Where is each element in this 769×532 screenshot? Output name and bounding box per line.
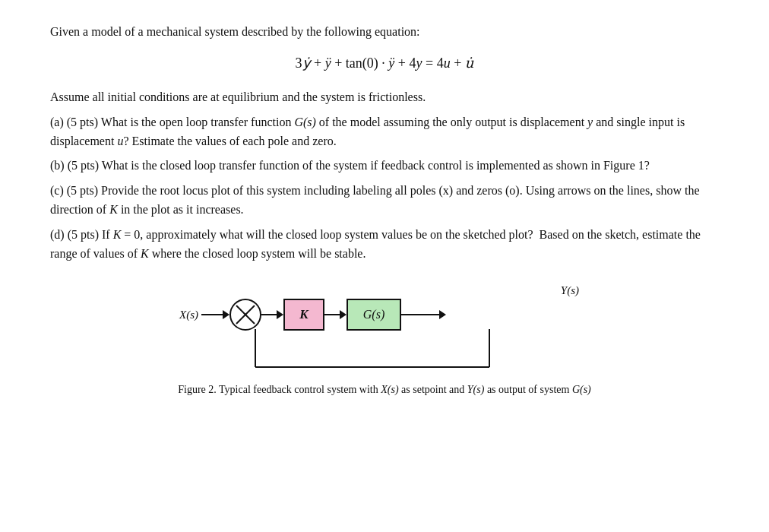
intro-text: Given a model of a mechanical system des… (50, 23, 719, 41)
k-label: K (299, 307, 308, 322)
sum-junction-svg (232, 301, 259, 328)
arrow-xs-to-sum (201, 310, 229, 319)
gs-label: G(s) (363, 308, 384, 321)
ys-label-top: Y(s) (561, 284, 579, 297)
arrow-sum-to-k (261, 310, 283, 319)
part-c-text: (c) (5 pts) Provide the root locus plot … (50, 182, 719, 220)
part-d-text: (d) (5 pts) If K = 0, approximately what… (50, 226, 719, 264)
figure-area: Y(s) X(s) (50, 284, 719, 396)
summing-junction (229, 299, 261, 331)
part-a-text: (a) (5 pts) What is the open loop transf… (50, 113, 719, 151)
feedback-svg (179, 329, 590, 375)
feedback-path (179, 331, 590, 375)
ys-top-label: Y(s) (179, 284, 590, 297)
page-content: Given a model of a mechanical system des… (50, 23, 719, 396)
k-block: K (283, 299, 324, 331)
output-arrow (401, 310, 446, 319)
equation-display: 3ẏ + ÿ + tan(0) · ÿ + 4y = 4u + u̇ (296, 55, 474, 71)
gs-block: G(s) (347, 299, 401, 331)
equation-block: 3ẏ + ÿ + tan(0) · ÿ + 4y = 4u + u̇ (50, 55, 719, 71)
part-b-text: (b) (5 pts) What is the closed loop tran… (50, 157, 719, 176)
arrow-k-to-gs (324, 310, 347, 319)
figure-caption: Figure 2. Typical feedback control syste… (178, 384, 591, 396)
diagram-top-row: X(s) (179, 299, 446, 331)
xs-label: X(s) (179, 309, 198, 321)
block-diagram-outer: Y(s) X(s) (179, 284, 590, 375)
assumption-text: Assume all initial conditions are at equ… (50, 88, 719, 107)
